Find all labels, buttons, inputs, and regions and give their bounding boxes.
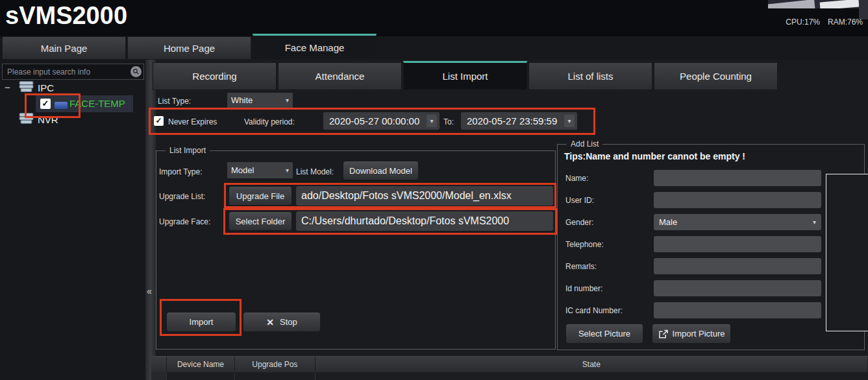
subtab-list-import[interactable]: List Import: [403, 61, 527, 90]
subtab-people-counting-label: People Counting: [680, 71, 752, 82]
background-shape: [820, 0, 859, 8]
desktop-background-fragment: [768, 0, 859, 8]
valid-from-datetime-picker[interactable]: 2020-05-27 00:00:00 ▾: [323, 112, 440, 130]
telephone-field[interactable]: [654, 236, 821, 252]
chevron-down-icon: ▾: [286, 97, 289, 104]
gender-value: Male: [659, 217, 677, 227]
table-cell: [316, 372, 868, 380]
user-id-field[interactable]: [654, 192, 821, 208]
list-type-dropdown[interactable]: White ▾: [227, 93, 293, 108]
tree-collapse-toggle[interactable]: −: [5, 82, 10, 93]
id-number-label: Id number:: [565, 284, 602, 293]
upgrade-file-button[interactable]: Upgrade File: [229, 186, 292, 206]
stop-button[interactable]: ✕ Stop: [243, 312, 321, 332]
table-cell: [235, 372, 316, 380]
device-table-header: Device Name Upgrade Pos State: [151, 356, 868, 372]
to-label: To:: [443, 117, 454, 126]
background-shape: [768, 0, 815, 8]
tab-home-page-label: Home Page: [164, 43, 215, 54]
tree-node-face-temp[interactable]: FACE-TEMP: [69, 98, 125, 109]
tree-node-ipc[interactable]: IPC: [38, 82, 54, 93]
upgrade-file-path-field[interactable]: ado/Desktop/Fotos sVMS2000/Model_en.xlsx: [296, 186, 553, 206]
tab-face-manage[interactable]: Face Manage: [253, 34, 377, 60]
chevron-down-icon[interactable]: ▾: [427, 115, 437, 127]
subtab-recording-label: Recording: [192, 71, 236, 82]
tab-face-manage-label: Face Manage: [285, 42, 345, 53]
subtab-list-of-lists[interactable]: List of lists: [528, 62, 652, 90]
table-header-upgrade-pos: Upgrade Pos: [235, 357, 316, 372]
download-model-label: Download Model: [349, 166, 412, 176]
tab-main-page-label: Main Page: [41, 43, 88, 54]
picture-preview-box: [826, 174, 868, 331]
download-model-button[interactable]: Download Model: [343, 161, 419, 180]
collapse-sidebar-icon[interactable]: «: [147, 286, 152, 296]
import-picture-label: Import Picture: [673, 329, 725, 338]
system-stats: CPU:17% RAM:76%: [786, 18, 863, 27]
stop-button-label: Stop: [280, 317, 297, 327]
subtab-list-of-lists-label: List of lists: [567, 71, 613, 82]
table-cell: [167, 372, 235, 380]
ic-card-number-field[interactable]: [654, 302, 821, 318]
upgrade-face-label: Upgrade Face:: [159, 217, 210, 226]
never-expires-label: Never Expires: [168, 117, 217, 126]
import-type-label: Import Type:: [159, 167, 202, 176]
svms2000-window: sVMS2000 CPU:17% RAM:76% Main Page Home …: [0, 0, 868, 380]
subtab-recording[interactable]: Recording: [153, 62, 277, 90]
device-checkbox[interactable]: ✓: [40, 99, 51, 109]
remarks-field[interactable]: [654, 258, 821, 274]
name-field[interactable]: [654, 170, 821, 186]
search-icon[interactable]: [130, 66, 142, 77]
import-type-dropdown[interactable]: Model ▾: [227, 162, 293, 178]
subtab-people-counting[interactable]: People Counting: [654, 62, 778, 90]
upgrade-face-path-field[interactable]: C:/Users/dhurtado/Desktop/Fotos sVMS2000: [296, 211, 553, 231]
add-list-group-title: Add List: [567, 139, 602, 148]
gender-label: Gender:: [565, 218, 593, 227]
subtab-attendance[interactable]: Attendance: [278, 62, 402, 90]
table-header-spacer: [151, 357, 167, 372]
device-table-body: [151, 372, 868, 380]
chevron-down-icon: ▾: [286, 167, 289, 174]
select-picture-label: Select Picture: [578, 329, 630, 338]
upgrade-file-label: Upgrade File: [236, 191, 284, 201]
import-picture-button[interactable]: Import Picture: [652, 324, 731, 344]
device-group-icon: [19, 81, 34, 95]
valid-to-value: 2020-05-27 23:59:59: [467, 115, 557, 126]
camera-device-icon: [55, 102, 68, 109]
id-number-field[interactable]: [654, 280, 821, 296]
gender-dropdown[interactable]: Male ▾: [654, 214, 821, 230]
import-type-value: Model: [231, 165, 254, 175]
sidebar-splitter[interactable]: «: [145, 60, 156, 380]
upgrade-list-label: Upgrade List:: [159, 192, 205, 201]
never-expires-checkbox[interactable]: ✓: [154, 116, 164, 126]
subtab-attendance-label: Attendance: [316, 71, 365, 82]
telephone-label: Telephone:: [565, 240, 604, 249]
upgrade-file-path-value: ado/Desktop/Fotos sVMS2000/Model_en.xlsx: [301, 190, 512, 202]
list-import-group-title: List Import: [166, 146, 210, 155]
tab-main-page[interactable]: Main Page: [2, 36, 126, 60]
chevron-down-icon: ▾: [813, 219, 816, 226]
select-folder-label: Select Folder: [236, 217, 286, 226]
select-picture-button[interactable]: Select Picture: [565, 324, 643, 344]
select-folder-button[interactable]: Select Folder: [229, 211, 292, 231]
upgrade-face-path-value: C:/Users/dhurtado/Desktop/Fotos sVMS2000: [301, 215, 509, 227]
chevron-down-icon[interactable]: ▾: [564, 115, 575, 127]
table-cell: [151, 372, 167, 380]
valid-from-value: 2020-05-27 00:00:00: [329, 115, 419, 126]
import-button-label: Import: [190, 317, 214, 327]
device-group-icon: [19, 113, 34, 127]
table-header-state: State: [316, 357, 868, 372]
table-header-device-name: Device Name: [167, 357, 235, 372]
list-model-label: List Model:: [296, 167, 334, 176]
app-header: [0, 0, 868, 36]
x-icon: ✕: [266, 317, 274, 327]
valid-to-datetime-picker[interactable]: 2020-05-27 23:59:59 ▾: [461, 112, 577, 130]
remarks-label: Remarls:: [565, 262, 597, 271]
add-list-tips: Tips:Name and number cannot be empty !: [564, 151, 745, 161]
search-input[interactable]: [2, 64, 144, 80]
list-type-label: List Type:: [158, 97, 191, 106]
tree-node-nvr[interactable]: NVR: [38, 114, 58, 125]
ram-usage: RAM:76%: [828, 18, 863, 27]
tab-home-page[interactable]: Home Page: [127, 36, 251, 60]
import-button[interactable]: Import: [166, 312, 236, 332]
background-shape: [859, 0, 868, 19]
